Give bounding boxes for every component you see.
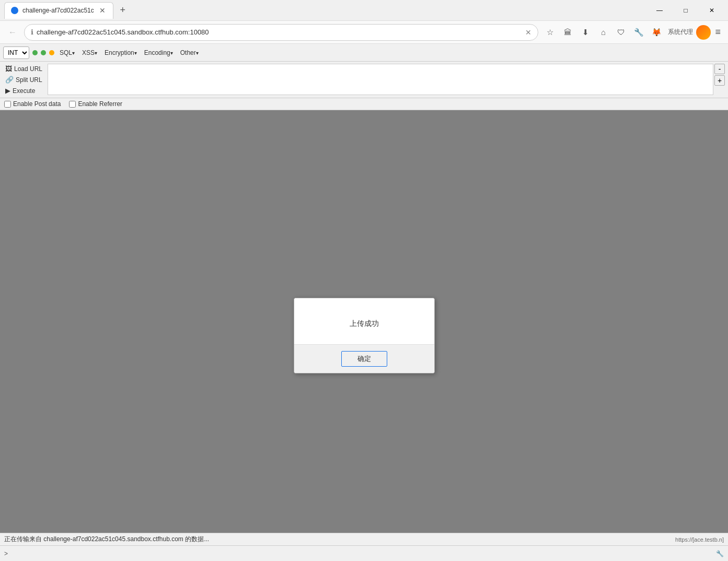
xss-menu[interactable]: XSS▾ bbox=[80, 48, 99, 57]
back-button[interactable]: ← bbox=[4, 24, 21, 41]
nav-icons: ☆ 🏛 ⬇ ⌂ 🛡 🔧 🦊 系统代理 ≡ bbox=[541, 24, 724, 41]
tools-icon[interactable]: 🔧 bbox=[716, 550, 724, 557]
dialog-ok-button[interactable]: 确定 bbox=[341, 351, 387, 367]
bookmark-button[interactable]: 🏛 bbox=[559, 24, 576, 41]
browser-window: challenge-af7cd022ac51c ✕ + — □ ✕ ← ℹ ✕ … bbox=[0, 0, 728, 561]
new-tab-button[interactable]: + bbox=[115, 3, 130, 18]
menu-button[interactable]: ≡ bbox=[712, 26, 724, 39]
page-content: 上传成功 确定 bbox=[0, 110, 728, 561]
address-input[interactable] bbox=[37, 28, 522, 36]
address-bar[interactable]: ℹ ✕ bbox=[24, 24, 538, 41]
post-data-label: Enable Post data bbox=[13, 100, 61, 108]
bottombar: > 🔧 bbox=[0, 545, 728, 561]
other-menu[interactable]: Other▾ bbox=[178, 48, 201, 57]
avatar-button[interactable] bbox=[696, 25, 711, 40]
dot3-indicator bbox=[49, 50, 54, 55]
load-url-action[interactable]: 🖼 Load URL bbox=[3, 64, 44, 74]
execute-icon: ▶ bbox=[5, 87, 10, 95]
execute-action[interactable]: ▶ Execute bbox=[3, 86, 44, 96]
referrer-label: Enable Referrer bbox=[78, 100, 122, 108]
type-select[interactable]: INT bbox=[3, 46, 29, 59]
urlbar-area: 🖼 Load URL 🔗 Split URL ▶ Execute - + bbox=[0, 62, 728, 98]
browser-tab[interactable]: challenge-af7cd022ac51c ✕ bbox=[4, 2, 113, 19]
encryption-menu[interactable]: Encryption▾ bbox=[102, 48, 139, 57]
dot2-indicator bbox=[41, 50, 46, 55]
back-icon: ← bbox=[8, 28, 17, 37]
firefox-button[interactable]: 🦊 bbox=[648, 24, 665, 41]
post-data-checkbox-wrap[interactable]: Enable Post data bbox=[4, 100, 61, 108]
status-right-url: https://[ace.testb.n] bbox=[675, 536, 724, 543]
sql-menu[interactable]: SQL▾ bbox=[57, 48, 77, 57]
navbar: ← ℹ ✕ ☆ 🏛 ⬇ ⌂ 🛡 🔧 🦊 系统代理 ≡ bbox=[0, 21, 728, 44]
address-info-icon: ℹ bbox=[31, 28, 33, 36]
url-plus-button[interactable]: + bbox=[714, 75, 725, 86]
url-textarea[interactable] bbox=[48, 64, 713, 95]
referrer-checkbox-wrap[interactable]: Enable Referrer bbox=[69, 100, 122, 108]
hackbar-toolbar: INT SQL▾ XSS▾ Encryption▾ Encoding▾ Othe… bbox=[0, 44, 728, 62]
minimize-button[interactable]: — bbox=[648, 2, 672, 19]
load-url-icon: 🖼 bbox=[5, 65, 12, 73]
dialog-footer: 确定 bbox=[294, 344, 434, 373]
extension-button[interactable]: 🔧 bbox=[630, 24, 647, 41]
tab-favicon bbox=[11, 7, 18, 14]
tab-strip: challenge-af7cd022ac51c ✕ + bbox=[4, 0, 648, 20]
url-sidebar-buttons: - + bbox=[714, 64, 725, 96]
tab-title: challenge-af7cd022ac51c bbox=[22, 7, 94, 14]
execute-label: Execute bbox=[13, 87, 35, 95]
split-url-label: Split URL bbox=[16, 76, 42, 84]
url-minus-button[interactable]: - bbox=[714, 64, 725, 74]
dialog-overlay: 上传成功 确定 bbox=[0, 110, 728, 561]
console-prompt: > bbox=[4, 550, 8, 557]
alert-dialog: 上传成功 确定 bbox=[294, 298, 435, 373]
dot1-indicator bbox=[32, 50, 38, 55]
download-button[interactable]: ⬇ bbox=[577, 24, 594, 41]
dialog-body: 上传成功 bbox=[294, 298, 434, 344]
titlebar-controls: — □ ✕ bbox=[648, 2, 724, 19]
referrer-checkbox[interactable] bbox=[69, 101, 76, 108]
shield-button[interactable]: 🛡 bbox=[613, 24, 629, 41]
close-button[interactable]: ✕ bbox=[700, 2, 724, 19]
home-button[interactable]: ⌂ bbox=[595, 24, 611, 41]
maximize-button[interactable]: □ bbox=[674, 2, 698, 19]
encoding-menu[interactable]: Encoding▾ bbox=[142, 48, 175, 57]
address-clear-button[interactable]: ✕ bbox=[525, 28, 531, 37]
statusbar: 正在传输来自 challenge-af7cd022ac51c045.sandbo… bbox=[0, 533, 728, 545]
sidebar-actions: 🖼 Load URL 🔗 Split URL ▶ Execute bbox=[3, 64, 44, 96]
bottombar-right: 🔧 bbox=[716, 550, 724, 557]
titlebar: challenge-af7cd022ac51c ✕ + — □ ✕ bbox=[0, 0, 728, 21]
status-transfer-text: 正在传输来自 challenge-af7cd022ac51c045.sandbo… bbox=[4, 535, 209, 544]
star-button[interactable]: ☆ bbox=[541, 24, 558, 41]
post-data-checkbox[interactable] bbox=[4, 101, 11, 108]
dialog-message: 上传成功 bbox=[350, 319, 379, 328]
system-proxy-label[interactable]: 系统代理 bbox=[666, 27, 695, 38]
split-url-action[interactable]: 🔗 Split URL bbox=[3, 75, 44, 85]
split-url-icon: 🔗 bbox=[5, 76, 14, 84]
tab-close-button[interactable]: ✕ bbox=[98, 6, 107, 15]
load-url-label: Load URL bbox=[14, 65, 42, 73]
checkboxes-row: Enable Post data Enable Referrer bbox=[0, 98, 728, 110]
